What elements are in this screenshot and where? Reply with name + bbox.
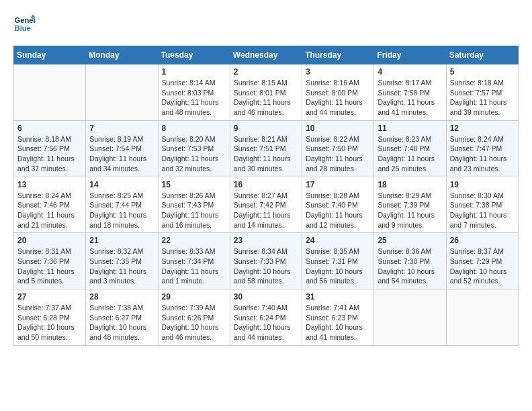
day-number: 17	[306, 180, 370, 189]
calendar-cell: 15Sunrise: 8:26 AMSunset: 7:43 PMDayligh…	[158, 177, 230, 233]
day-number: 13	[17, 180, 82, 189]
day-info: Sunrise: 8:24 AMSunset: 7:46 PMDaylight:…	[17, 191, 82, 230]
calendar-cell: 1Sunrise: 8:14 AMSunset: 8:03 PMDaylight…	[158, 64, 230, 121]
logo-icon: General Blue	[13, 13, 35, 35]
day-info: Sunrise: 7:37 AMSunset: 6:28 PMDaylight:…	[17, 303, 82, 342]
calendar-cell: 27Sunrise: 7:37 AMSunset: 6:28 PMDayligh…	[14, 289, 86, 346]
calendar-table: SundayMondayTuesdayWednesdayThursdayFrid…	[13, 46, 519, 346]
page-header: General Blue	[13, 13, 519, 35]
weekday-header-thursday: Thursday	[302, 46, 374, 64]
day-number: 23	[234, 236, 298, 245]
svg-text:Blue: Blue	[15, 24, 31, 32]
day-number: 28	[89, 292, 154, 302]
day-number: 5	[450, 67, 515, 77]
day-info: Sunrise: 8:32 AMSunset: 7:35 PMDaylight:…	[89, 246, 154, 286]
day-number: 7	[89, 124, 154, 133]
calendar-cell: 11Sunrise: 8:23 AMSunset: 7:48 PMDayligh…	[374, 120, 446, 177]
day-info: Sunrise: 8:25 AMSunset: 7:44 PMDaylight:…	[89, 191, 154, 230]
day-info: Sunrise: 7:38 AMSunset: 6:27 PMDaylight:…	[89, 303, 154, 342]
calendar-cell	[14, 64, 86, 121]
day-number: 6	[17, 124, 82, 133]
calendar-cell: 28Sunrise: 7:38 AMSunset: 6:27 PMDayligh…	[86, 289, 158, 346]
day-info: Sunrise: 8:36 AMSunset: 7:30 PMDaylight:…	[378, 246, 442, 286]
day-info: Sunrise: 8:23 AMSunset: 7:48 PMDaylight:…	[378, 134, 442, 174]
day-number: 11	[378, 124, 442, 133]
day-number: 9	[234, 124, 298, 133]
day-info: Sunrise: 8:19 AMSunset: 7:54 PMDaylight:…	[89, 134, 154, 174]
weekday-header-sunday: Sunday	[14, 46, 86, 64]
day-number: 14	[89, 180, 154, 189]
day-info: Sunrise: 8:35 AMSunset: 7:31 PMDaylight:…	[306, 246, 370, 286]
calendar-cell: 12Sunrise: 8:24 AMSunset: 7:47 PMDayligh…	[446, 120, 518, 177]
day-number: 31	[306, 292, 370, 302]
day-number: 4	[378, 67, 442, 77]
calendar-cell: 23Sunrise: 8:34 AMSunset: 7:33 PMDayligh…	[230, 233, 302, 289]
calendar-cell: 25Sunrise: 8:36 AMSunset: 7:30 PMDayligh…	[374, 233, 446, 289]
day-info: Sunrise: 7:39 AMSunset: 6:26 PMDaylight:…	[162, 303, 226, 342]
calendar-cell	[446, 289, 518, 346]
calendar-cell: 19Sunrise: 8:30 AMSunset: 7:38 PMDayligh…	[446, 177, 518, 233]
day-info: Sunrise: 8:18 AMSunset: 7:56 PMDaylight:…	[17, 134, 82, 174]
day-number: 15	[162, 180, 226, 189]
calendar-cell: 16Sunrise: 8:27 AMSunset: 7:42 PMDayligh…	[230, 177, 302, 233]
calendar-cell: 10Sunrise: 8:22 AMSunset: 7:50 PMDayligh…	[302, 120, 374, 177]
calendar-cell: 24Sunrise: 8:35 AMSunset: 7:31 PMDayligh…	[302, 233, 374, 289]
day-info: Sunrise: 8:22 AMSunset: 7:50 PMDaylight:…	[306, 134, 370, 174]
calendar-cell: 31Sunrise: 7:41 AMSunset: 6:23 PMDayligh…	[302, 289, 374, 346]
calendar-cell: 3Sunrise: 8:16 AMSunset: 8:00 PMDaylight…	[302, 64, 374, 121]
weekday-header-tuesday: Tuesday	[158, 46, 230, 64]
day-info: Sunrise: 8:21 AMSunset: 7:51 PMDaylight:…	[234, 134, 298, 174]
day-info: Sunrise: 8:34 AMSunset: 7:33 PMDaylight:…	[234, 246, 298, 286]
day-number: 19	[450, 180, 515, 189]
calendar-week-row: 1Sunrise: 8:14 AMSunset: 8:03 PMDaylight…	[14, 64, 519, 121]
day-info: Sunrise: 8:37 AMSunset: 7:29 PMDaylight:…	[450, 246, 515, 286]
day-info: Sunrise: 8:18 AMSunset: 7:57 PMDaylight:…	[450, 78, 515, 118]
calendar-cell: 5Sunrise: 8:18 AMSunset: 7:57 PMDaylight…	[446, 64, 518, 121]
day-info: Sunrise: 8:14 AMSunset: 8:03 PMDaylight:…	[162, 78, 226, 118]
day-number: 25	[378, 236, 442, 245]
calendar-cell: 18Sunrise: 8:29 AMSunset: 7:39 PMDayligh…	[374, 177, 446, 233]
day-number: 2	[234, 67, 298, 77]
day-info: Sunrise: 8:15 AMSunset: 8:01 PMDaylight:…	[234, 78, 298, 118]
day-info: Sunrise: 8:26 AMSunset: 7:43 PMDaylight:…	[162, 191, 226, 230]
weekday-header-saturday: Saturday	[446, 46, 518, 64]
calendar-cell: 20Sunrise: 8:31 AMSunset: 7:36 PMDayligh…	[14, 233, 86, 289]
day-info: Sunrise: 8:17 AMSunset: 7:58 PMDaylight:…	[378, 78, 442, 118]
weekday-header-monday: Monday	[86, 46, 158, 64]
calendar-cell	[86, 64, 158, 121]
calendar-week-row: 27Sunrise: 7:37 AMSunset: 6:28 PMDayligh…	[14, 289, 519, 346]
calendar-cell: 2Sunrise: 8:15 AMSunset: 8:01 PMDaylight…	[230, 64, 302, 121]
day-info: Sunrise: 8:27 AMSunset: 7:42 PMDaylight:…	[234, 191, 298, 230]
day-number: 3	[306, 67, 370, 77]
calendar-cell: 21Sunrise: 8:32 AMSunset: 7:35 PMDayligh…	[86, 233, 158, 289]
calendar-header-row: SundayMondayTuesdayWednesdayThursdayFrid…	[14, 46, 519, 64]
day-info: Sunrise: 8:31 AMSunset: 7:36 PMDaylight:…	[17, 246, 82, 286]
day-number: 1	[162, 67, 226, 77]
day-number: 24	[306, 236, 370, 245]
logo: General Blue	[13, 13, 35, 35]
day-number: 16	[234, 180, 298, 189]
day-info: Sunrise: 8:29 AMSunset: 7:39 PMDaylight:…	[378, 191, 442, 230]
day-number: 20	[17, 236, 82, 245]
day-info: Sunrise: 8:28 AMSunset: 7:40 PMDaylight:…	[306, 191, 370, 230]
day-number: 8	[162, 124, 226, 133]
calendar-cell: 4Sunrise: 8:17 AMSunset: 7:58 PMDaylight…	[374, 64, 446, 121]
calendar-cell: 8Sunrise: 8:20 AMSunset: 7:53 PMDaylight…	[158, 120, 230, 177]
calendar-cell: 29Sunrise: 7:39 AMSunset: 6:26 PMDayligh…	[158, 289, 230, 346]
day-number: 27	[17, 292, 82, 302]
calendar-cell: 6Sunrise: 8:18 AMSunset: 7:56 PMDaylight…	[14, 120, 86, 177]
weekday-header-wednesday: Wednesday	[230, 46, 302, 64]
day-info: Sunrise: 8:33 AMSunset: 7:34 PMDaylight:…	[162, 246, 226, 286]
day-number: 26	[450, 236, 515, 245]
day-info: Sunrise: 8:30 AMSunset: 7:38 PMDaylight:…	[450, 191, 515, 230]
calendar-cell: 22Sunrise: 8:33 AMSunset: 7:34 PMDayligh…	[158, 233, 230, 289]
day-number: 30	[234, 292, 298, 302]
day-number: 18	[378, 180, 442, 189]
day-info: Sunrise: 8:20 AMSunset: 7:53 PMDaylight:…	[162, 134, 226, 174]
calendar-cell: 26Sunrise: 8:37 AMSunset: 7:29 PMDayligh…	[446, 233, 518, 289]
calendar-cell: 17Sunrise: 8:28 AMSunset: 7:40 PMDayligh…	[302, 177, 374, 233]
calendar-cell: 30Sunrise: 7:40 AMSunset: 6:24 PMDayligh…	[230, 289, 302, 346]
calendar-week-row: 20Sunrise: 8:31 AMSunset: 7:36 PMDayligh…	[14, 233, 519, 289]
weekday-header-friday: Friday	[374, 46, 446, 64]
calendar-week-row: 6Sunrise: 8:18 AMSunset: 7:56 PMDaylight…	[14, 120, 519, 177]
